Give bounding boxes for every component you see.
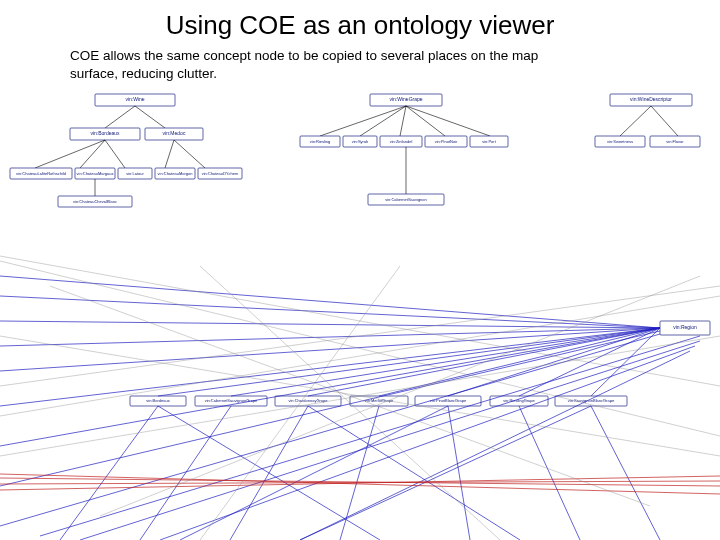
node-label: vin:Region (673, 324, 697, 330)
svg-line-53 (0, 261, 720, 436)
svg-line-47 (0, 328, 660, 371)
node-label: vin:ChateauLafiteRothschild (16, 171, 66, 176)
node-label: vin:ChateauMargaux (77, 171, 114, 176)
svg-line-18 (320, 106, 406, 136)
node-label: vin:CabernetSauvignonGrape (205, 398, 258, 403)
svg-line-21 (406, 106, 445, 136)
svg-line-71 (448, 406, 470, 540)
node-label: vin:Zinfandel (390, 139, 413, 144)
node-label: vin:ChateauMorgon (158, 171, 193, 176)
node-label: vin:ChateauDYchem (202, 171, 239, 176)
node-label: vin:Syrah (352, 139, 369, 144)
svg-line-68 (140, 406, 231, 540)
svg-line-51 (0, 334, 660, 526)
svg-line-1 (105, 106, 135, 128)
svg-line-19 (360, 106, 406, 136)
svg-line-73 (591, 406, 660, 540)
svg-line-20 (400, 106, 406, 136)
cluster-a: vin:Wine vin:Bordeaux vin:Medoc vin:Chat… (10, 94, 242, 207)
svg-line-65 (519, 328, 660, 396)
svg-line-59 (300, 351, 690, 540)
svg-line-64 (448, 328, 660, 396)
diagram-canvas: vin:Wine vin:Bordeaux vin:Medoc vin:Chat… (0, 86, 720, 540)
cluster-b: vin:WineGrape vin:Riesling vin:Syrah vin… (300, 94, 508, 205)
node-label: vin:CabernetSauvignon (385, 197, 427, 202)
svg-line-80 (0, 476, 720, 490)
svg-line-44 (0, 296, 660, 328)
svg-line-31 (620, 106, 651, 136)
svg-line-76 (180, 406, 448, 540)
svg-line-74 (158, 406, 380, 540)
svg-line-58 (160, 346, 695, 540)
node-label: vin:PinotNoir (435, 139, 458, 144)
node-label: vin:Riesling (310, 139, 330, 144)
node-label: vin:WineDescriptor (630, 96, 672, 102)
svg-line-8 (165, 140, 174, 168)
node-label: vin:Medoc (163, 130, 186, 136)
node-label: vin:ChateauChevalBlanc (73, 199, 117, 204)
svg-line-22 (406, 106, 490, 136)
node-label: vin:Wine (125, 96, 144, 102)
svg-line-50 (0, 331, 660, 486)
node-label: vin:WineGrape (389, 96, 422, 102)
svg-line-72 (519, 406, 580, 540)
node-label: vin:Latour (126, 171, 144, 176)
svg-line-62 (308, 328, 660, 396)
node-label: vin:Port (482, 139, 496, 144)
svg-line-6 (80, 140, 105, 168)
svg-line-49 (0, 328, 660, 446)
cluster-c: vin:WineDescriptor vin:Sweetness vin:Fla… (595, 94, 700, 147)
node-label: vin:Sweetness (607, 139, 633, 144)
node-label: vin:Bordeaux (90, 130, 120, 136)
node-label: vin:Flavor (666, 139, 684, 144)
svg-line-32 (651, 106, 678, 136)
ontology-diagram: vin:Wine vin:Bordeaux vin:Medoc vin:Chat… (0, 86, 720, 540)
page-title: Using COE as an ontology viewer (0, 0, 720, 41)
node-label: vin:MerlotGrape (365, 398, 394, 403)
subtitle: COE allows the same concept node to be c… (0, 41, 640, 83)
svg-line-9 (174, 140, 205, 168)
bottom-cluttered-graph: vin:Region vin:Bordeaux vin:CabernetSauv… (0, 256, 720, 540)
svg-line-81 (0, 474, 720, 494)
node-label: vin:Bordeaux (146, 398, 169, 403)
svg-line-5 (35, 140, 105, 168)
svg-line-70 (340, 406, 379, 540)
svg-line-45 (0, 321, 660, 328)
svg-line-79 (0, 481, 720, 484)
svg-line-43 (0, 276, 660, 328)
svg-line-2 (135, 106, 165, 128)
svg-line-7 (105, 140, 125, 168)
svg-line-46 (0, 328, 660, 346)
svg-line-78 (0, 478, 720, 486)
svg-line-75 (308, 406, 520, 540)
node-label: vin:PinotBlancGrape (430, 398, 467, 403)
